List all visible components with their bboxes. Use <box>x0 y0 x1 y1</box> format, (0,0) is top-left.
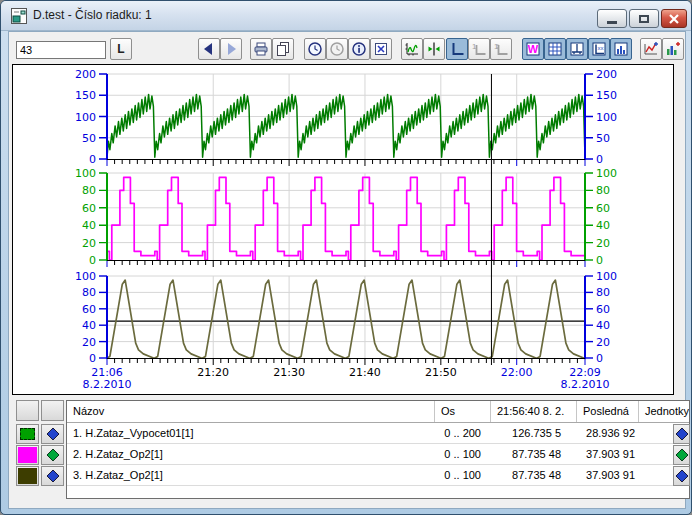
svg-text:150: 150 <box>75 89 96 102</box>
color-column-header[interactable] <box>16 400 39 421</box>
svg-text:60: 60 <box>82 202 96 215</box>
svg-text:150: 150 <box>596 89 617 102</box>
svg-text:22:00: 22:00 <box>501 366 533 379</box>
row-last-value: 37.903 91 <box>577 444 639 464</box>
client-area: L <box>8 31 686 509</box>
row2-color-button[interactable] <box>16 445 39 465</box>
svg-text:100: 100 <box>596 270 617 283</box>
next-button[interactable] <box>220 38 242 60</box>
svg-text:50: 50 <box>596 132 610 145</box>
info-button[interactable] <box>348 38 370 60</box>
print-button[interactable] <box>250 38 272 60</box>
row3-color-button[interactable] <box>16 466 39 486</box>
chart-canvas[interactable]: 0050501001001501502002000020204040606080… <box>12 64 674 395</box>
time-range-disabled-button <box>326 38 348 60</box>
single-axis-button[interactable] <box>446 38 468 60</box>
row1-marker-button[interactable] <box>41 424 64 444</box>
title-bar[interactable]: D.test - Číslo riadku: 1 <box>1 1 691 31</box>
svg-text:0: 0 <box>596 352 603 365</box>
axis-per-line-icon: 1 <box>471 41 487 57</box>
x-axis-button[interactable] <box>566 38 588 60</box>
row-cursor-value: 87.735 48 <box>491 444 577 464</box>
add-graph-button[interactable] <box>662 38 684 60</box>
prev-arrow-icon <box>201 41 217 57</box>
row-cursor-value: 87.735 48 <box>491 465 577 485</box>
row2-marker-button[interactable] <box>41 445 64 465</box>
close-icon <box>668 13 680 25</box>
close-button[interactable] <box>661 9 687 28</box>
graph-table-button[interactable] <box>610 38 632 60</box>
svg-text:200: 200 <box>596 68 617 81</box>
x-mark-button[interactable] <box>370 38 392 60</box>
axis-values-icon: xx <box>591 41 607 57</box>
diamond-icon <box>44 447 62 463</box>
axis-per-line-button: 1 <box>468 38 490 60</box>
table-header-row[interactable]: Názov Os 21:56:40 8. 2. Posledná Jednotk… <box>67 401 689 423</box>
row-number-input[interactable] <box>16 41 106 59</box>
svg-text:20: 20 <box>596 237 610 250</box>
row1-right-marker-button[interactable] <box>673 424 690 444</box>
table-row[interactable]: 3. H.Zataz_Op2[1] 0 .. 100 87.735 48 37.… <box>67 465 689 486</box>
trend-axis-icon <box>404 41 420 57</box>
copy-icon <box>275 41 291 57</box>
svg-text:60: 60 <box>596 303 610 316</box>
graph-table-icon <box>613 41 629 57</box>
header-nazov[interactable]: Názov <box>67 401 435 422</box>
add-trend-icon <box>643 41 659 57</box>
svg-text:80: 80 <box>596 184 610 197</box>
header-jednotky[interactable]: Jednotky <box>639 401 689 422</box>
row3-right-marker-button[interactable] <box>673 466 690 486</box>
svg-text:100: 100 <box>596 111 617 124</box>
svg-text:40: 40 <box>82 319 96 332</box>
l-button[interactable]: L <box>110 38 132 60</box>
row-last-value: 28.936 92 <box>577 423 639 443</box>
copy-button[interactable] <box>272 38 294 60</box>
svg-text:0: 0 <box>596 153 603 166</box>
svg-text:1: 1 <box>472 42 477 51</box>
svg-text:20: 20 <box>82 336 96 349</box>
header-posledna[interactable]: Posledná <box>577 401 639 422</box>
row1-color-button[interactable] <box>16 424 39 444</box>
svg-text:1: 1 <box>494 42 499 51</box>
numbered-axis-icon: 1 <box>493 41 509 57</box>
time-range-button[interactable] <box>304 38 326 60</box>
minimize-button[interactable] <box>597 9 627 28</box>
grid-button[interactable] <box>544 38 566 60</box>
svg-text:40: 40 <box>596 319 610 332</box>
svg-text:8.2.2010: 8.2.2010 <box>561 378 610 391</box>
prev-button[interactable] <box>198 38 220 60</box>
svg-text:80: 80 <box>596 286 610 299</box>
axis-values-button[interactable]: xx <box>588 38 610 60</box>
row3-marker-button[interactable] <box>41 466 64 486</box>
table-row[interactable]: 1. H.Zataz_Vypocet01[1] 0 .. 200 126.735… <box>67 423 689 444</box>
x-axis-icon <box>569 41 585 57</box>
add-graph-icon <box>665 41 681 57</box>
info-icon <box>351 41 367 57</box>
row-axis-range: 0 .. 200 <box>435 423 491 443</box>
legend-table: Názov Os 21:56:40 8. 2. Posledná Jednotk… <box>66 400 690 499</box>
clock-icon <box>307 41 323 57</box>
values-window-button[interactable]: W <box>522 38 544 60</box>
svg-text:21:50: 21:50 <box>425 366 457 379</box>
maximize-button[interactable] <box>629 9 659 28</box>
diamond-icon <box>44 468 62 484</box>
trend-window-icon <box>11 8 27 24</box>
marker-column-header[interactable] <box>41 400 64 421</box>
add-trend-button[interactable] <box>640 38 662 60</box>
single-axis-icon <box>449 41 465 57</box>
row-name: 1. H.Zataz_Vypocet01[1] <box>67 423 435 443</box>
svg-text:80: 80 <box>82 286 96 299</box>
app-window: D.test - Číslo riadku: 1 L <box>0 0 692 515</box>
row3-color-swatch <box>18 468 37 484</box>
next-arrow-icon <box>223 41 239 57</box>
table-row[interactable]: 2. H.Zataz_Op2[1] 0 .. 100 87.735 48 37.… <box>67 444 689 465</box>
header-cursor-time[interactable]: 21:56:40 8. 2. <box>491 401 577 422</box>
diamond-icon <box>44 426 62 442</box>
diamond-icon <box>673 447 691 463</box>
row2-right-marker-button[interactable] <box>673 445 690 465</box>
header-os[interactable]: Os <box>435 401 491 422</box>
value-axis-button[interactable] <box>423 38 445 60</box>
row1-color-swatch <box>20 428 35 440</box>
trend-axis-button[interactable] <box>401 38 423 60</box>
svg-text:200: 200 <box>75 68 96 81</box>
